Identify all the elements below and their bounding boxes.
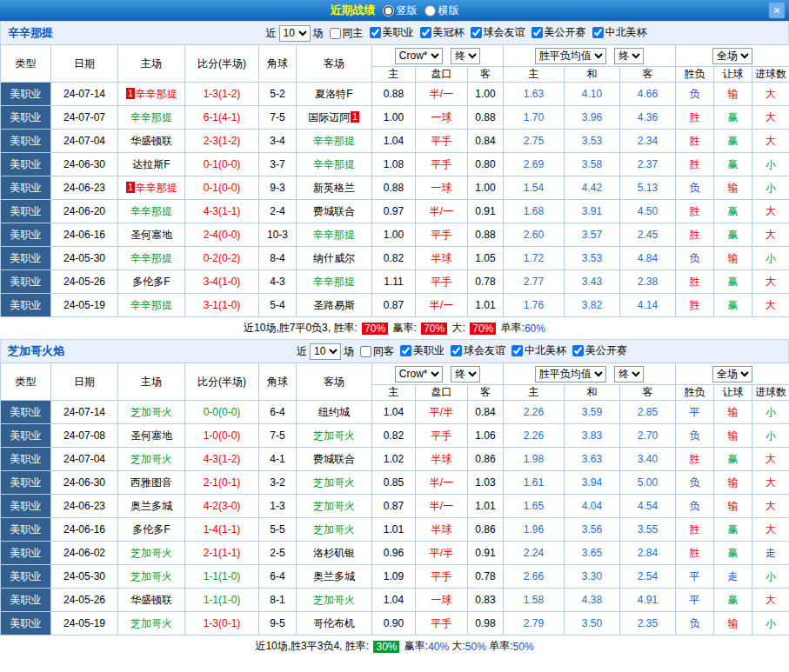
same-venue-input[interactable] — [330, 28, 341, 39]
team-link[interactable]: 西雅图音 — [130, 476, 172, 489]
date-cell: 24-05-19 — [51, 612, 118, 635]
team-link[interactable]: 哥伦布机 — [313, 617, 355, 629]
goals-result-cell: 小 — [752, 247, 789, 270]
league-checkbox[interactable]: 球会友谊 — [451, 343, 505, 358]
team-link[interactable]: 圣路易斯 — [313, 299, 355, 311]
team-link[interactable]: 费城联合 — [313, 453, 355, 465]
team-link[interactable]: 芝加哥火 — [313, 594, 355, 606]
corners-cell: 8-1 — [259, 589, 297, 612]
league-checkbox-input[interactable] — [420, 27, 431, 38]
team-link[interactable]: 芝加哥火 — [313, 476, 355, 489]
league-checkbox[interactable]: 中北美杯 — [512, 343, 566, 358]
league-checkbox-input[interactable] — [400, 345, 411, 356]
avg-draw-cell: 3.30 — [565, 565, 620, 589]
home-water-cell: 0.90 — [372, 612, 416, 635]
team-link[interactable]: 辛辛那提 — [313, 229, 355, 241]
team-link[interactable]: 圣何塞地 — [130, 429, 172, 442]
odds-source-select[interactable]: Crow* — [395, 366, 443, 383]
team-link[interactable]: 纳什威尔 — [313, 252, 355, 264]
team-link[interactable]: 芝加哥火 — [313, 523, 355, 536]
goals-result-cell: 大 — [752, 270, 789, 294]
team-link[interactable]: 辛辛那提 — [313, 135, 355, 147]
table-row: 美职业 24-06-02 芝加哥火 2-1(1-1) 2-5 洛杉矶银 0.96… — [1, 542, 789, 565]
avg-away-cell: 5.00 — [620, 471, 676, 495]
team-link[interactable]: 芝加哥火 — [313, 500, 355, 512]
team-link[interactable]: 奥兰多城 — [313, 570, 355, 582]
scope-select[interactable]: 全场 — [712, 48, 752, 64]
team-link[interactable]: 夏洛特F — [315, 88, 352, 100]
team-link[interactable]: 辛辛那提 — [136, 182, 177, 194]
team-link[interactable]: 芝加哥火 — [313, 429, 355, 442]
avg-source-select[interactable]: 胜平负均值 — [535, 48, 606, 64]
team-link[interactable]: 辛辛那提 — [130, 299, 172, 311]
same-venue-checkbox[interactable]: 同客 — [360, 344, 394, 359]
team-link[interactable]: 圣何塞地 — [130, 229, 172, 241]
team-link[interactable]: 奥兰多城 — [130, 500, 172, 512]
team-link[interactable]: 国际迈阿 — [308, 111, 350, 123]
league-checkbox[interactable]: 美职业 — [400, 343, 445, 358]
league-checkbox[interactable]: 球会友谊 — [471, 25, 525, 40]
close-icon[interactable]: ✕ — [769, 3, 785, 18]
league-checkbox-input[interactable] — [451, 345, 462, 356]
team-link[interactable]: 华盛顿联 — [130, 594, 172, 606]
away-team-cell: 新英格兰 — [297, 176, 372, 200]
team-link[interactable]: 多伦多F — [132, 523, 170, 536]
league-checkbox[interactable]: 美冠杯 — [420, 25, 465, 40]
vertical-radio-input[interactable] — [383, 5, 394, 17]
avg-draw-cell: 4.10 — [565, 83, 620, 106]
team-link[interactable]: 芝加哥火 — [130, 406, 172, 418]
team-link[interactable]: 辛辛那提 — [313, 276, 355, 288]
league-checkbox-label: 美公开赛 — [585, 343, 627, 358]
team-link[interactable]: 辛辛那提 — [130, 252, 172, 264]
league-cell: 美职业 — [1, 565, 51, 589]
team-link[interactable]: 洛杉矶银 — [313, 547, 355, 559]
team-link[interactable]: 芝加哥火 — [130, 547, 172, 559]
horizontal-radio-input[interactable] — [425, 5, 436, 17]
league-checkbox-input[interactable] — [532, 27, 543, 38]
team-link[interactable]: 辛辛那提 — [130, 205, 172, 217]
scope-select[interactable]: 全场 — [712, 366, 752, 383]
odds-final-select[interactable]: 终 — [451, 366, 480, 383]
table-row: 美职业 24-05-30 芝加哥火 1-1(1-0) 6-4 奥兰多城 1.09… — [1, 565, 789, 589]
league-checkbox-input[interactable] — [512, 345, 523, 356]
recent-count-select[interactable]: 10 — [310, 343, 341, 360]
odds-source-select[interactable]: Crow* — [395, 48, 443, 64]
handicap-result-cell: 赢 — [714, 153, 752, 176]
team-link[interactable]: 辛辛那提 — [136, 88, 177, 100]
league-checkbox[interactable]: 美公开赛 — [532, 25, 586, 40]
league-checkbox-input[interactable] — [370, 27, 381, 38]
team-link[interactable]: 新英格兰 — [313, 182, 355, 194]
team-link[interactable]: 纽约城 — [318, 406, 350, 418]
league-checkbox[interactable]: 中北美杯 — [592, 25, 647, 40]
team-link[interactable]: 芝加哥火 — [130, 453, 172, 465]
league-checkbox-input[interactable] — [471, 27, 482, 38]
avg-source-select[interactable]: 胜平负均值 — [535, 366, 606, 383]
rank-badge: 1 — [126, 182, 135, 193]
date-cell: 24-07-04 — [51, 448, 118, 471]
team-link[interactable]: 多伦多F — [132, 276, 170, 288]
col-header-league: 类型 — [1, 45, 51, 83]
team-link[interactable]: 芝加哥火 — [130, 570, 172, 582]
league-checkbox[interactable]: 美职业 — [370, 25, 414, 40]
result-cell: 负 — [676, 471, 714, 495]
same-venue-input[interactable] — [360, 346, 371, 357]
avg-final-select[interactable]: 终 — [614, 48, 644, 64]
score-cell: 4-2(3-0) — [185, 495, 259, 518]
team-link[interactable]: 华盛顿联 — [130, 135, 172, 147]
team-link[interactable]: 芝加哥火 — [130, 617, 172, 629]
avg-final-select[interactable]: 终 — [614, 366, 644, 383]
team-link[interactable]: 辛辛那提 — [130, 111, 172, 123]
league-checkbox-input[interactable] — [592, 27, 604, 38]
view-horizontal-option[interactable]: 横版 — [425, 3, 459, 18]
team-link[interactable]: 费城联合 — [313, 205, 355, 217]
league-checkbox-input[interactable] — [572, 345, 584, 356]
avg-home-cell: 2.60 — [504, 223, 565, 247]
same-venue-checkbox[interactable]: 同主 — [330, 26, 364, 41]
view-vertical-option[interactable]: 竖版 — [383, 3, 418, 18]
recent-count-select[interactable]: 10 — [279, 25, 311, 42]
odds-final-select[interactable]: 终 — [451, 48, 480, 64]
league-checkbox[interactable]: 美公开赛 — [572, 343, 627, 358]
team-link[interactable]: 辛辛那提 — [313, 158, 355, 170]
col-header-home: 主场 — [118, 45, 185, 83]
team-link[interactable]: 达拉斯F — [132, 158, 170, 170]
